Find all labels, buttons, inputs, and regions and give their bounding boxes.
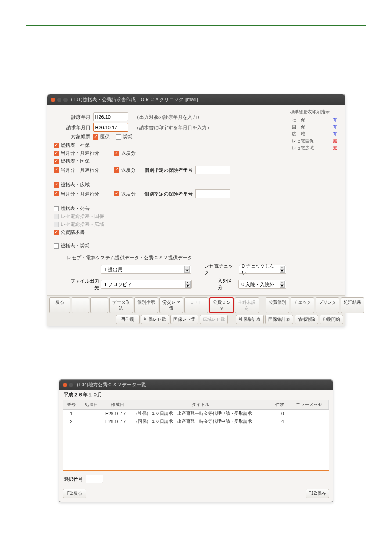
csv-table: 番号 処理日 作成日 タイトル 件数 エラーメッセ 1 H26.10.17 （社… (63, 400, 329, 470)
check-rousai-sum[interactable]: 総括表・労災 (54, 243, 90, 249)
combo-file-out[interactable]: 1 フロッピィ ▲▼ (101, 280, 192, 289)
hint-seikyu: （請求書に印字する年月日を入力） (134, 124, 212, 131)
check-kougai[interactable]: 総括表・公害 (54, 205, 90, 212)
table-row[interactable]: 2 H26.10.17 （国保）１０日請求 出産育児一時金等代理申請・受取請求 … (63, 417, 329, 425)
chevron-up-icon[interactable]: ▲ (280, 281, 285, 284)
chevron-up-icon[interactable]: ▲ (280, 266, 285, 269)
label-select-no: 選択番号 (64, 476, 83, 482)
label-koiki-hokensha: 個別指定の保険者番号 (144, 191, 193, 197)
page-separator (26, 25, 366, 26)
koku-sum-button[interactable]: 国保集計表 (265, 315, 293, 324)
label-file-out: ファイル出力先 (67, 278, 101, 291)
check-rousai[interactable]: 労災 (116, 134, 133, 140)
check-button[interactable]: チェック (291, 297, 314, 313)
blank-button-1 (72, 297, 89, 313)
chevron-up-icon[interactable]: ▲ (185, 281, 191, 284)
check-kokuho[interactable]: 総括表・国保 (54, 158, 90, 164)
label-shinryo-ym: 診療年月 (54, 114, 93, 120)
printer-button[interactable]: プリンタ (316, 297, 339, 313)
col-title: タイトル (132, 400, 270, 410)
window-close-icon[interactable] (63, 383, 67, 387)
sha-sum-button[interactable]: 社保集計表 (236, 315, 264, 324)
koiki-rece-button: 広域レセ電 (200, 315, 228, 324)
shori-button[interactable]: 処理結果 (341, 297, 364, 313)
check-koiki[interactable]: 総括表・広域 (54, 181, 90, 188)
label-kokuho-hokensha: 個別指定の保険者番号 (144, 167, 193, 174)
window-title-2: (T04)地方公費ＣＳＶデータ一覧 (77, 381, 146, 388)
window-max-icon[interactable] (63, 98, 68, 102)
titlebar-t04: (T04)地方公費ＣＳＶデータ一覧 (59, 380, 333, 390)
dataload-button[interactable]: データ取込 (109, 297, 133, 313)
check-rece-koiki: レセ電総括表・広域 (54, 221, 104, 228)
check-iho[interactable]: 医保 (93, 134, 110, 140)
col-count: 件数 (270, 400, 289, 410)
window-t04: (T04)地方公費ＣＳＶデータ一覧 平成２６年１０月 番号 処理日 作成日 タイ… (59, 379, 333, 502)
check-shaho-henrei[interactable]: 返戻分 (114, 150, 136, 156)
chevron-down-icon[interactable]: ▼ (185, 284, 191, 288)
label-rece-section: レセプト電算システム提供データ・公費ＣＳＶ提供データ (67, 254, 286, 261)
check-rece-kokuho: レセ電総括表・国保 (54, 213, 104, 220)
label-taisho: 対象帳票 (54, 134, 93, 140)
combo-submit[interactable]: 1 提出用 ▲▼ (101, 265, 191, 274)
sha-rece-button[interactable]: 社保レセ電 (141, 315, 169, 324)
chevron-down-icon[interactable]: ▼ (280, 269, 285, 273)
check-koiki-henrei[interactable]: 返戻分 (114, 191, 136, 197)
window-t01: (T01)総括表・公費請求書作成 - ＯＲＣＡクリニック [jmari] 診療年… (47, 94, 345, 326)
koku-rece-button[interactable]: 国保レセ電 (170, 315, 198, 324)
table-row[interactable]: 1 H26.10.17 （社保）１０日請求 出産育児一時金等代理申請・受取請求 … (63, 410, 329, 418)
info-del-button[interactable]: 情報削除 (295, 315, 318, 324)
check-shaho-tougetsu[interactable]: 当月分・月遅れ分 (54, 150, 99, 156)
check-koiki-tougetsu[interactable]: 当月分・月遅れ分 (54, 191, 99, 197)
input-shinryo-ym[interactable] (93, 112, 128, 121)
reprint-button[interactable]: 再印刷 (116, 315, 140, 324)
print-start-button[interactable]: 印刷開始 (320, 315, 343, 324)
window-close-icon[interactable] (51, 98, 55, 102)
hint-shinryo: （出力対象の診療年月を入力） (134, 114, 202, 120)
chevron-down-icon[interactable]: ▼ (280, 284, 285, 288)
check-kouhi-seikyu[interactable]: 公費請求書 (54, 229, 85, 236)
input-seikyu-ymd[interactable] (93, 123, 128, 132)
label-seikyu-ymd: 請求年月日 (54, 124, 93, 131)
col-no: 番号 (63, 400, 79, 410)
std-panel-title: 標準総括表印刷指示 (290, 109, 339, 115)
input-select-no[interactable] (86, 475, 103, 483)
blank-button-2 (90, 297, 108, 313)
window-title: (T01)総括表・公費請求書作成 - ＯＲＣＡクリニック [jmari] (71, 96, 198, 103)
combo-rece-check[interactable]: 0 チェックしない ▲▼ (239, 265, 286, 274)
kobetsu-button[interactable]: 個別指示 (134, 297, 158, 313)
label-nyugai: 入外区分 (218, 278, 237, 291)
window-min-icon[interactable] (57, 98, 61, 102)
input-kokuho-hokensha[interactable] (195, 166, 230, 174)
titlebar-t01: (T01)総括表・公費請求書作成 - ＯＲＣＡクリニック [jmari] (47, 94, 345, 105)
f1-back-button[interactable]: F1:戻る (63, 489, 86, 498)
kouhi-kobetsu-button[interactable]: 公費個別 (266, 297, 289, 313)
chevron-down-icon[interactable]: ▼ (184, 269, 190, 273)
mishu-button: 主科未設定 (235, 297, 259, 313)
col-shori: 処理日 (79, 400, 104, 410)
kouhi-csv-button[interactable]: 公費ＣＳＶ (209, 297, 234, 313)
check-kokuho-tougetsu[interactable]: 当月分・月遅れ分 (54, 167, 99, 174)
f12-save-button[interactable]: F12:保存 (306, 489, 329, 498)
col-create: 作成日 (104, 400, 132, 410)
window-min-icon[interactable] (69, 383, 73, 387)
rousai-rece-button[interactable]: 労災レセ電 (159, 297, 183, 313)
chevron-up-icon[interactable]: ▲ (184, 266, 190, 269)
back-button[interactable]: 戻る (49, 297, 70, 313)
period-header: 平成２６年１０月 (59, 390, 333, 400)
combo-nyugai[interactable]: 0 入院・入院外 ▲▼ (238, 280, 286, 289)
col-err: エラーメッセ (289, 400, 329, 410)
std-print-panel: 標準総括表印刷指示 社 保有 国 保有 広 域有 レセ電国保無 レセ電広域無 (286, 109, 339, 293)
label-rece-check: レセ電チェック (204, 263, 237, 276)
ef-button: Ｅ・Ｆ (184, 297, 208, 313)
check-kokuho-henrei[interactable]: 返戻分 (114, 167, 136, 174)
check-shaho[interactable]: 総括表・社保 (54, 142, 90, 149)
input-koiki-hokensha[interactable] (195, 189, 230, 198)
